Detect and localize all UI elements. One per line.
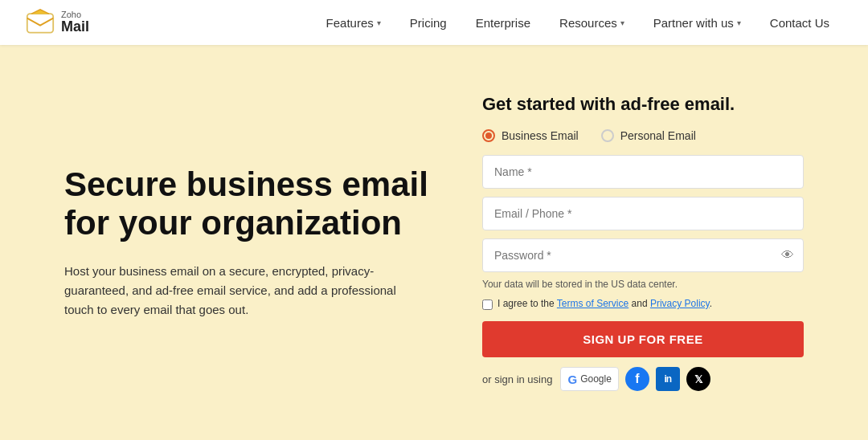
google-signin-button[interactable]: G Google — [560, 367, 618, 391]
email-phone-input[interactable] — [482, 197, 804, 230]
logo[interactable]: Zoho Mail — [26, 8, 89, 37]
password-input[interactable] — [482, 238, 804, 272]
social-signin: or sign in using G Google f in 𝕏 — [482, 367, 804, 391]
logo-icon — [26, 8, 55, 37]
privacy-policy-link[interactable]: Privacy Policy — [650, 298, 710, 309]
main-content: Secure business email for your organizat… — [0, 45, 868, 440]
tos-checkbox[interactable] — [482, 299, 493, 310]
password-toggle-icon[interactable]: 👁 — [781, 248, 794, 263]
nav-resources[interactable]: Resources ▾ — [547, 10, 637, 36]
x-signin-button[interactable]: 𝕏 — [686, 367, 710, 391]
personal-email-radio[interactable] — [601, 129, 614, 142]
hero-description: Host your business email on a secure, en… — [64, 262, 418, 320]
hero-section: Secure business email for your organizat… — [64, 165, 482, 320]
nav-links: Features ▾ Pricing Enterprise Resources … — [313, 10, 842, 36]
signup-button[interactable]: SIGN UP FOR FREE — [482, 321, 804, 357]
facebook-signin-button[interactable]: f — [625, 367, 649, 391]
chevron-down-icon: ▾ — [737, 18, 741, 27]
hero-title: Secure business email for your organizat… — [64, 165, 434, 243]
chevron-down-icon: ▾ — [377, 18, 381, 27]
form-title: Get started with ad-free email. — [482, 94, 804, 115]
personal-email-option[interactable]: Personal Email — [601, 129, 696, 142]
signup-form: Get started with ad-free email. Business… — [482, 94, 804, 391]
data-center-note: Your data will be stored in the US data … — [482, 279, 804, 290]
tos-link[interactable]: Terms of Service — [557, 298, 628, 309]
tos-text: I agree to the Terms of Service and Priv… — [497, 298, 712, 309]
logo-text: Zoho Mail — [61, 10, 89, 35]
nav-partner[interactable]: Partner with us ▾ — [641, 10, 754, 36]
svg-rect-0 — [27, 14, 53, 32]
social-signin-label: or sign in using — [482, 373, 552, 385]
name-input[interactable] — [482, 155, 804, 189]
business-email-option[interactable]: Business Email — [482, 129, 579, 142]
chevron-down-icon: ▾ — [620, 18, 624, 27]
nav-enterprise[interactable]: Enterprise — [463, 10, 543, 36]
nav-features[interactable]: Features ▾ — [313, 10, 394, 36]
email-type-selector: Business Email Personal Email — [482, 129, 804, 142]
navbar: Zoho Mail Features ▾ Pricing Enterprise … — [0, 0, 868, 45]
linkedin-signin-button[interactable]: in — [656, 367, 680, 391]
business-email-radio[interactable] — [482, 129, 495, 142]
nav-contact[interactable]: Contact Us — [757, 10, 842, 36]
tos-row: I agree to the Terms of Service and Priv… — [482, 298, 804, 310]
password-wrapper: 👁 — [482, 238, 804, 272]
social-icons: G Google f in 𝕏 — [560, 367, 710, 391]
nav-pricing[interactable]: Pricing — [397, 10, 460, 36]
